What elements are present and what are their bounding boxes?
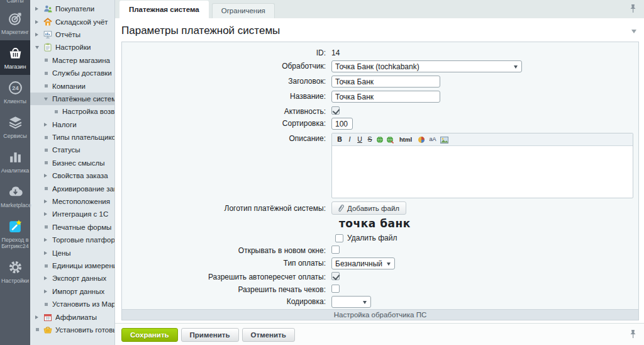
editor-body[interactable] bbox=[332, 146, 633, 198]
sort-input[interactable] bbox=[331, 118, 353, 130]
add-file-button[interactable]: Добавить файл bbox=[331, 201, 406, 215]
sidebar-item-order-archiving[interactable]: Архивирование заказов bbox=[30, 182, 114, 195]
encoding-select[interactable] bbox=[331, 296, 371, 308]
basket-icon bbox=[8, 45, 23, 61]
bullet-icon bbox=[44, 161, 52, 164]
collapse-arrow-icon[interactable] bbox=[35, 43, 43, 51]
form-row-name: Название: bbox=[122, 91, 638, 103]
cancel-button[interactable]: Отменить bbox=[242, 328, 295, 342]
pin-icon[interactable] bbox=[630, 329, 636, 341]
sidebar-item-1c-integration[interactable]: Интеграция с 1С bbox=[30, 208, 114, 220]
insert-image-icon[interactable] bbox=[440, 134, 448, 145]
sidebar-item-delivery[interactable]: Службы доставки bbox=[30, 67, 114, 79]
bold-button[interactable]: B bbox=[335, 134, 344, 145]
page-title: Параметры платежной системы bbox=[121, 25, 280, 37]
bitrix24-icon bbox=[8, 218, 23, 234]
sidebar-item-companies[interactable]: Компании bbox=[30, 79, 114, 92]
expand-arrow-icon[interactable] bbox=[44, 290, 52, 293]
expand-arrow-icon[interactable] bbox=[35, 315, 43, 319]
html-mode-button[interactable]: html bbox=[397, 134, 414, 145]
editor-toolbar: B I U S html bbox=[332, 133, 633, 146]
sidebar-item-statuses[interactable]: Статусы bbox=[30, 144, 114, 156]
sidebar-item-settings[interactable]: Настройки bbox=[30, 41, 114, 54]
name-input[interactable] bbox=[331, 91, 440, 103]
sidebar-item-install-ready-shop[interactable]: Установить готовый магазин bbox=[30, 324, 114, 336]
sidebar-item-refund-settings[interactable]: Настройка возвратов bbox=[30, 105, 114, 118]
tab-restrictions[interactable]: Ограничения bbox=[212, 3, 275, 18]
expand-arrow-icon[interactable] bbox=[44, 200, 52, 203]
form-row-title: Заголовок: bbox=[122, 76, 638, 88]
sidebar-item-units[interactable]: Единицы измерения bbox=[30, 259, 114, 272]
remove-link-icon[interactable] bbox=[386, 134, 394, 145]
rail-item-bitrix24[interactable]: Переход в Битрикс24 bbox=[0, 213, 30, 254]
description-label: Описание: bbox=[122, 133, 331, 198]
rail-item-shop[interactable]: Магазин bbox=[0, 40, 30, 75]
auto-recalc-checkbox[interactable] bbox=[331, 272, 340, 280]
collapse-section-icon[interactable] bbox=[631, 30, 636, 36]
rail-item-clients[interactable]: 24 Клиенты bbox=[0, 75, 30, 110]
expand-arrow-icon[interactable] bbox=[35, 33, 43, 37]
form-row-sort: Сортировка: bbox=[122, 118, 638, 130]
rail-item-analytics[interactable]: Аналитика bbox=[0, 144, 30, 179]
sidebar-item-shop-wizard[interactable]: Мастер магазина bbox=[30, 54, 114, 67]
insert-link-icon[interactable] bbox=[375, 134, 384, 145]
save-button[interactable]: Сохранить bbox=[121, 328, 178, 342]
sidebar-item-trade-platforms[interactable]: Торговые платформы bbox=[30, 234, 114, 246]
pin-icon[interactable] bbox=[630, 4, 636, 16]
sidebar-item-buyers[interactable]: Покупатели bbox=[30, 3, 114, 15]
expand-arrow-icon[interactable] bbox=[44, 238, 52, 242]
pay-type-select[interactable]: Безналичный bbox=[331, 257, 395, 269]
sidebar-item-payer-types[interactable]: Типы плательщиков bbox=[30, 131, 114, 144]
strike-button[interactable]: S bbox=[365, 134, 374, 145]
sidebar-item-install-marketplace[interactable]: Установить из Маркетплейс bbox=[30, 298, 114, 310]
rail-item-marketplace[interactable]: Marketplace bbox=[0, 179, 30, 213]
expand-arrow-icon[interactable] bbox=[44, 212, 52, 216]
rail-item-partial[interactable]: Сайты bbox=[0, 0, 30, 6]
sidebar-item-export[interactable]: Экспорт данных bbox=[30, 272, 114, 285]
new-window-checkbox[interactable] bbox=[331, 246, 340, 254]
sidebar-item-affiliates[interactable]: Аффилиаты bbox=[30, 310, 114, 323]
expand-arrow-icon[interactable] bbox=[44, 276, 52, 280]
collapse-arrow-icon[interactable] bbox=[44, 95, 52, 103]
text-color-icon[interactable] bbox=[417, 134, 426, 145]
sidebar-item-business-meanings[interactable]: Бизнес смыслы bbox=[30, 157, 114, 169]
expand-arrow-icon[interactable] bbox=[44, 123, 52, 127]
underline-button[interactable]: U bbox=[355, 134, 364, 145]
description-editor[interactable]: B I U S html bbox=[331, 133, 633, 198]
sidebar-item-taxes[interactable]: Налоги bbox=[30, 118, 114, 131]
sidebar-item-reports[interactable]: Отчёты bbox=[30, 28, 114, 41]
active-checkbox[interactable] bbox=[331, 106, 340, 115]
encoding-label: Кодировка: bbox=[122, 296, 331, 308]
form-row-description: Описание: B I U S html bbox=[122, 133, 638, 198]
monitor-icon bbox=[43, 30, 53, 39]
handler-select[interactable]: Точка Банк (tochkabank) bbox=[331, 60, 522, 72]
clients24-icon: 24 bbox=[8, 80, 23, 96]
tab-payment-system[interactable]: Платежная система bbox=[119, 1, 209, 18]
title-input[interactable] bbox=[331, 76, 440, 88]
expand-arrow-icon[interactable] bbox=[44, 251, 52, 255]
expand-arrow-icon[interactable] bbox=[44, 174, 52, 178]
sidebar-item-print-forms[interactable]: Печатные формы bbox=[30, 221, 114, 234]
sidebar-item-warehouse[interactable]: Складской учёт bbox=[30, 15, 114, 28]
apply-button[interactable]: Применить bbox=[181, 328, 239, 342]
sidebar-item-order-props[interactable]: Свойства заказа bbox=[30, 169, 114, 182]
sidebar-item-locations[interactable]: Местоположения bbox=[30, 195, 114, 208]
sort-label: Сортировка: bbox=[122, 118, 331, 130]
expand-arrow-icon[interactable] bbox=[35, 7, 43, 11]
italic-button[interactable]: I bbox=[345, 134, 354, 145]
font-button[interactable]: aA bbox=[427, 134, 438, 145]
delete-file-checkbox[interactable] bbox=[335, 234, 343, 242]
handler-settings-section-bar[interactable]: Настройка обработчика ПС bbox=[122, 309, 638, 320]
sidebar-item-payment-systems[interactable]: Платёжные системы bbox=[30, 93, 114, 105]
payment-logo-image: точка банк bbox=[339, 217, 411, 230]
expand-arrow-icon[interactable] bbox=[35, 20, 43, 24]
sidebar-item-import[interactable]: Импорт данных bbox=[30, 285, 114, 298]
form-row-logo-preview: точка банк bbox=[122, 217, 638, 230]
rail-item-services[interactable]: Сервисы bbox=[0, 110, 30, 144]
rail-item-settings[interactable]: Настройки bbox=[0, 254, 30, 289]
sidebar-item-prices[interactable]: Цены bbox=[30, 246, 114, 259]
calendar-icon bbox=[43, 313, 53, 322]
rail-item-marketing[interactable]: Маркетинг bbox=[0, 6, 30, 40]
shop-menu-sidebar: Покупатели Складской учёт Отчёты Настрой… bbox=[30, 0, 115, 345]
print-check-checkbox[interactable] bbox=[331, 285, 340, 293]
